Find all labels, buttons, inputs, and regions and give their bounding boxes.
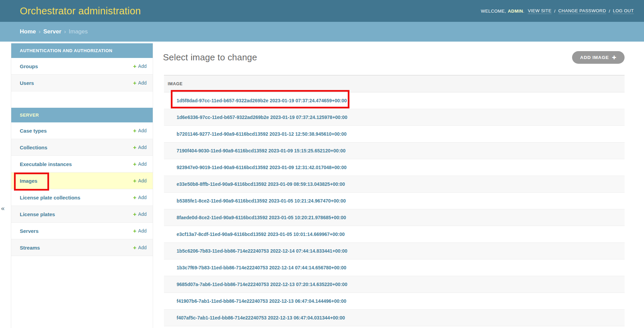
view-site-link[interactable]: VIEW SITE [528,8,551,14]
user-tools: WELCOME,ADMIN.VIEW SITE/CHANGE PASSWORD/… [481,8,635,14]
plus-icon: + [133,63,136,69]
add-collections-button[interactable]: +Add [133,145,147,150]
sidebar-item-images: Images +Add [11,173,153,189]
table-row: b7201146-9277-11ed-90a9-6116bcd13592 202… [164,126,625,143]
image-link[interactable]: e33e50b8-8ffb-11ed-90a9-6116bcd13592 202… [177,181,345,187]
image-link[interactable]: 9685d07a-7ab6-11ed-bb86-714e22240753 202… [177,282,347,287]
add-image-button[interactable]: ADD IMAGE✚ [572,51,625,64]
image-link[interactable]: 7190f404-9030-11ed-90a9-6116bcd13592 202… [177,148,345,153]
add-users-button[interactable]: +Add [133,80,147,86]
add-case-types-button[interactable]: +Add [133,128,147,134]
add-servers-button[interactable]: +Add [133,228,147,234]
sidebar-link-license-plate-collections[interactable]: License plate collections [20,195,80,200]
add-label: Add [138,63,147,69]
breadcrumb: Home › Server › Images [0,22,644,42]
sidebar-collapse-icon[interactable]: « [1,204,9,212]
breadcrumb-server[interactable]: Server [43,28,61,35]
add-label: Add [138,80,147,86]
sidebar-link-images[interactable]: Images [20,178,38,184]
add-license-plates-button[interactable]: +Add [133,211,147,217]
add-license-plate-collections-button[interactable]: +Add [133,195,147,200]
add-label: Add [138,245,147,250]
plus-icon: + [133,161,136,167]
add-label: Add [138,145,147,150]
sidebar-item-collections: Collections +Add [11,139,153,156]
table-row: 9685d07a-7ab6-11ed-bb86-714e22240753 202… [164,276,625,293]
table-row: 1b3c7f69-7b83-11ed-bb86-714e22240753 202… [164,259,625,276]
image-link[interactable]: 8faede0d-8ce2-11ed-90a9-6116bcd13592 202… [177,215,346,220]
sidebar-section-authentication: AUTHENTICATION AND AUTHORIZATION [11,43,153,58]
welcome-text: WELCOME, [481,9,506,14]
image-link[interactable]: 923947e0-9019-11ed-90a9-6116bcd13592 202… [177,165,347,170]
table-row: e33e50b8-8ffb-11ed-90a9-6116bcd13592 202… [164,176,625,193]
add-executable-instances-button[interactable]: +Add [133,161,147,167]
add-label: Add [138,161,147,167]
plus-icon: + [133,195,136,200]
sidebar-link-collections[interactable]: Collections [20,145,47,150]
add-label: Add [138,211,147,217]
sidebar-link-users[interactable]: Users [20,80,34,86]
breadcrumb-current: Images [69,28,88,35]
sidebar-item-license-plates: License plates +Add [11,206,153,223]
plus-icon: + [133,80,136,86]
add-image-label: ADD IMAGE [580,55,609,60]
sidebar-item-streams: Streams +Add [11,239,153,256]
image-link[interactable]: b5385fe1-8ce2-11ed-90a9-6116bcd13592 202… [177,198,346,204]
image-link[interactable]: e3cf13a7-8cdf-11ed-90a9-6116bcd13592 202… [177,232,345,237]
sidebar-link-license-plates[interactable]: License plates [20,211,55,217]
plus-icon: ✚ [612,55,616,61]
column-header-image: IMAGE [168,81,182,86]
add-images-button[interactable]: +Add [133,178,147,184]
orchestrator-admin-page: Orchestrator administration WELCOME,ADMI… [0,0,644,328]
breadcrumb-home[interactable]: Home [20,28,36,35]
table-row: b5385fe1-8ce2-11ed-90a9-6116bcd13592 202… [164,193,625,209]
image-link[interactable]: f41907b6-7ab1-11ed-bb86-714e22240753 202… [177,298,346,304]
table-row: 1d6e6336-97cc-11ed-b657-9322ad269b2e 202… [164,109,625,126]
sidebar-item-users: Users +Add [11,75,153,91]
image-link[interactable]: 1d5f8dad-97cc-11ed-b657-9322ad269b2e 202… [177,98,347,103]
add-label: Add [138,178,147,183]
image-link[interactable]: 1d6e6336-97cc-11ed-b657-9322ad269b2e 202… [177,115,347,120]
table-row: f41907b6-7ab1-11ed-bb86-714e22240753 202… [164,293,625,310]
plus-icon: + [133,211,136,217]
sidebar-item-groups: Groups +Add [11,58,153,75]
nav-sidebar: AUTHENTICATION AND AUTHORIZATION Groups … [11,43,153,328]
username-period: . [523,9,524,14]
page-title: Select image to change [163,52,257,63]
add-label: Add [138,128,147,133]
sidebar-item-case-types: Case types +Add [11,122,153,139]
app-title[interactable]: Orchestrator administration [20,5,141,17]
table-row: 1d5f8dad-97cc-11ed-b657-9322ad269b2e 202… [164,92,625,109]
plus-icon: + [133,178,136,184]
table-row: 8faede0d-8ce2-11ed-90a9-6116bcd13592 202… [164,209,625,226]
sidebar-link-case-types[interactable]: Case types [20,128,47,134]
user-tools-separator: / [554,9,556,14]
logout-link[interactable]: LOG OUT [613,8,634,14]
sidebar-link-streams[interactable]: Streams [20,245,40,251]
change-password-link[interactable]: CHANGE PASSWORD [558,8,606,14]
sidebar-item-executable-instances: Executable instances +Add [11,156,153,173]
add-groups-button[interactable]: +Add [133,63,147,69]
image-link[interactable]: b7201146-9277-11ed-90a9-6116bcd13592 202… [177,131,347,137]
image-table: IMAGE 1d5f8dad-97cc-11ed-b657-9322ad269b… [164,75,625,326]
plus-icon: + [133,128,136,134]
plus-icon: + [133,245,136,251]
sidebar-item-license-plate-collections: License plate collections +Add [11,189,153,206]
table-row: 923947e0-9019-11ed-90a9-6116bcd13592 202… [164,159,625,176]
table-row: 1b5c6206-7b83-11ed-bb86-714e22240753 202… [164,243,625,259]
sidebar-link-groups[interactable]: Groups [20,63,38,69]
username: ADMIN [508,9,523,14]
image-link[interactable]: 1b3c7f69-7b83-11ed-bb86-714e22240753 202… [177,265,346,270]
table-row: e3cf13a7-8cdf-11ed-90a9-6116bcd13592 202… [164,226,625,243]
add-streams-button[interactable]: +Add [133,245,147,251]
image-link[interactable]: f407af5c-7ab1-11ed-bb86-714e22240753 202… [177,315,345,320]
plus-icon: + [133,228,136,234]
add-label: Add [138,228,147,234]
sidebar-link-servers[interactable]: Servers [20,228,39,234]
table-row: f407af5c-7ab1-11ed-bb86-714e22240753 202… [164,310,625,326]
breadcrumb-separator-icon: › [39,28,41,35]
image-link[interactable]: 1b5c6206-7b83-11ed-bb86-714e22240753 202… [177,248,347,254]
user-tools-separator: / [609,9,610,14]
sidebar-item-servers: Servers +Add [11,223,153,239]
sidebar-link-executable-instances[interactable]: Executable instances [20,161,72,167]
